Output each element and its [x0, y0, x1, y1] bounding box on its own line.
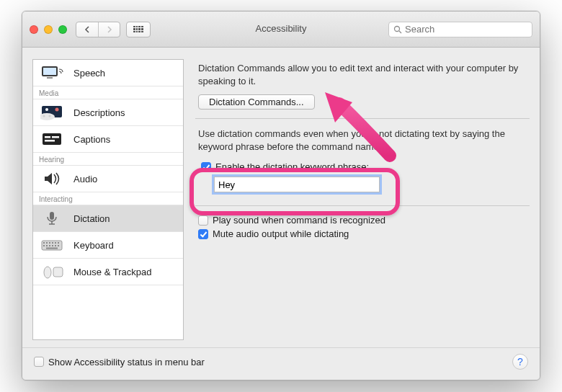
sidebar-item-keyboard[interactable]: Keyboard	[33, 232, 183, 259]
svg-point-0	[395, 26, 400, 31]
svg-point-9	[43, 115, 45, 117]
svg-rect-29	[55, 245, 56, 246]
back-button[interactable]	[76, 22, 98, 37]
titlebar: Accessibility	[22, 12, 540, 48]
enable-keyword-checkbox[interactable]	[201, 162, 211, 172]
sidebar-item-label: Descriptions	[73, 107, 125, 118]
dictation-commands-desc: Dictation Commands allow you to edit tex…	[198, 62, 527, 87]
footer: Show Accessibility status in menu bar ?	[22, 347, 540, 380]
sidebar-item-label: Mouse & Trackpad	[73, 267, 151, 277]
show-status-label: Show Accessibility status in menu bar	[48, 357, 205, 368]
search-icon	[393, 25, 402, 34]
main-panel: Dictation Commands allow you to edit tex…	[195, 59, 530, 340]
svg-rect-25	[43, 245, 45, 246]
minimize-button[interactable]	[44, 25, 53, 34]
divider	[195, 118, 530, 119]
svg-rect-13	[52, 136, 59, 138]
descriptions-icon	[39, 104, 66, 121]
sidebar-item-captions[interactable]: Captions	[33, 126, 183, 153]
svg-rect-20	[46, 242, 48, 244]
search-input[interactable]	[405, 24, 527, 35]
play-sound-row[interactable]: Play sound when command is recognized	[198, 215, 527, 226]
svg-rect-19	[43, 242, 45, 244]
sidebar-item-descriptions[interactable]: Descriptions	[33, 99, 183, 126]
svg-rect-15	[50, 212, 54, 220]
sidebar-item-label: Speech	[73, 68, 105, 79]
svg-point-6	[45, 108, 48, 111]
sidebar-item-dictation[interactable]: Dictation	[33, 205, 183, 232]
svg-point-32	[44, 267, 51, 278]
captions-icon	[39, 130, 66, 148]
sidebar-section-hearing: Hearing	[33, 153, 183, 166]
show-all-button[interactable]	[126, 22, 151, 37]
keyword-phrase-input[interactable]	[214, 177, 380, 192]
sidebar-item-audio[interactable]: Audio	[33, 166, 183, 192]
svg-point-7	[55, 108, 59, 112]
sidebar-item-label: Audio	[73, 174, 97, 184]
svg-rect-31	[46, 248, 58, 249]
sidebar-section-media: Media	[33, 86, 183, 99]
svg-rect-3	[43, 68, 56, 75]
sidebar-section-interacting: Interacting	[33, 192, 183, 205]
speech-icon	[39, 64, 66, 81]
mute-audio-label: Mute audio output while dictating	[213, 228, 349, 239]
svg-rect-30	[58, 245, 59, 246]
sidebar-item-label: Keyboard	[73, 240, 114, 251]
mute-audio-row[interactable]: Mute audio output while dictating	[198, 228, 527, 239]
help-button[interactable]: ?	[512, 354, 528, 370]
svg-rect-27	[49, 245, 50, 246]
search-field[interactable]	[388, 22, 532, 37]
sidebar[interactable]: Speech Media Descriptions	[32, 59, 184, 340]
svg-rect-14	[45, 140, 55, 142]
divider	[195, 205, 530, 206]
accessibility-window: Accessibility Speech Media	[22, 11, 540, 380]
svg-rect-33	[53, 267, 63, 277]
window-controls	[30, 25, 67, 34]
content-area: Speech Media Descriptions	[22, 48, 540, 347]
show-status-checkbox[interactable]	[34, 357, 44, 367]
svg-rect-22	[52, 242, 53, 244]
show-status-row[interactable]: Show Accessibility status in menu bar	[34, 357, 205, 368]
audio-icon	[39, 170, 66, 187]
svg-rect-28	[52, 245, 53, 246]
svg-line-1	[399, 31, 401, 33]
dictation-icon	[39, 210, 66, 227]
zoom-button[interactable]	[58, 25, 67, 34]
svg-rect-23	[55, 242, 56, 244]
sidebar-item-speech[interactable]: Speech	[33, 60, 183, 86]
sidebar-item-label: Dictation	[73, 213, 110, 224]
svg-rect-21	[49, 242, 50, 244]
svg-rect-12	[45, 136, 50, 138]
sidebar-item-label: Captions	[73, 134, 110, 145]
enable-keyword-row[interactable]: Enable the dictation keyword phrase:	[201, 161, 527, 172]
mouse-icon	[39, 263, 66, 280]
nav-back-forward	[76, 22, 120, 37]
svg-rect-4	[47, 77, 53, 79]
play-sound-checkbox[interactable]	[198, 215, 208, 226]
mute-audio-checkbox[interactable]	[198, 229, 208, 239]
play-sound-label: Play sound when command is recognized	[213, 215, 385, 226]
dictation-commands-button[interactable]: Dictation Commands...	[198, 94, 315, 110]
forward-button[interactable]	[98, 22, 120, 37]
sidebar-item-mouse-trackpad[interactable]: Mouse & Trackpad	[33, 259, 183, 285]
enable-keyword-label: Enable the dictation keyword phrase:	[215, 161, 369, 172]
svg-point-10	[48, 115, 50, 117]
svg-rect-26	[46, 245, 48, 246]
keyboard-icon	[39, 236, 66, 254]
grid-icon	[133, 26, 143, 33]
svg-rect-24	[58, 242, 59, 244]
close-button[interactable]	[30, 25, 38, 34]
svg-rect-11	[43, 133, 61, 145]
keyword-desc: Use dictation commands even when you're …	[198, 128, 527, 153]
